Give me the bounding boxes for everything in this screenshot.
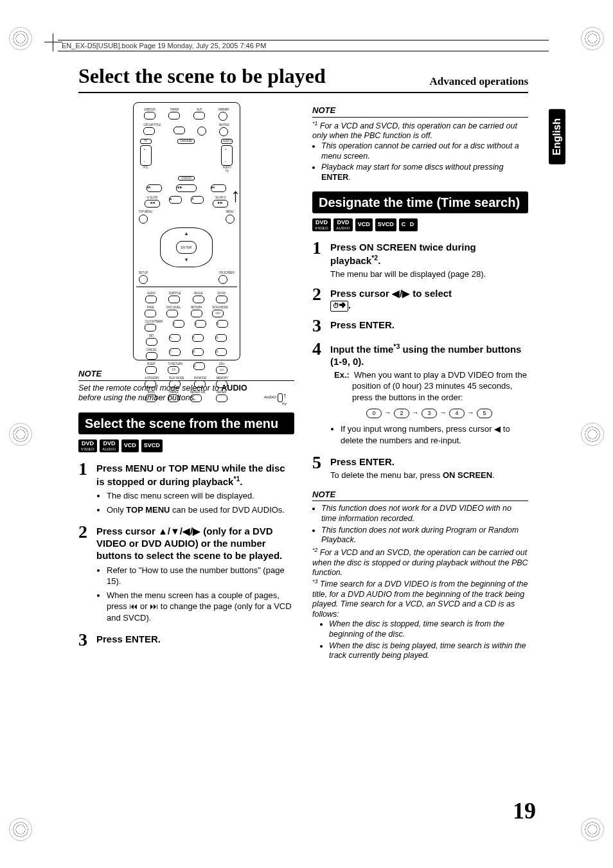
up-arrow-icon: ↑ [231,182,240,209]
step-number: 2 [78,523,96,541]
crop-mark-icon [9,423,32,446]
step-title: Press MENU or TOP MENU while the disc is… [96,463,294,488]
step-number: 3 [312,317,330,335]
format-chips: DVDVIDEO DVDAUDIO VCD SVCD [78,439,294,452]
example-text: Ex.: When you want to play a DVD VIDEO f… [330,369,528,403]
step-title: Press cursor ◀/▶ to select ⏱➜. [330,288,528,312]
step-number: 1 [312,239,330,257]
crop-mark-icon [9,818,32,841]
page-title: Select the scene to be played [78,64,326,88]
crop-mark-icon [581,423,604,446]
time-goto-icon: ⏱➜ [330,301,348,312]
step-number: 2 [312,285,330,303]
format-chips: DVDVIDEO DVDAUDIO VCD SVCD C D [312,218,528,231]
step-bullets: If you input wrong numbers, press cursor… [330,423,528,446]
mode-switch-icon: AUDIO↑ TV [264,392,287,405]
step-text: The menu bar will be displayed (page 28)… [330,269,528,280]
page-number: 19 [513,797,536,824]
step-title: Press cursor ▲/▼/◀/▶ (only for a DVD VID… [96,526,294,562]
step-title: Press ENTER. [330,456,528,468]
page-subtitle: Advanced operations [430,75,528,88]
step-text: To delete the menu bar, press ON SCREEN. [330,470,528,481]
language-tab: English [549,109,565,164]
step-title: Input the time*3 using the number button… [330,342,528,368]
step-title: Press ENTER. [330,319,528,332]
note-heading: NOTE [312,489,528,500]
remote-control-diagram: USB/DVD FM/AM AUX DIMMER GROUP/TITLE MUT… [133,102,240,360]
note-heading: NOTE [312,105,528,116]
section-heading: Select the scene from the menu [78,412,294,434]
crop-mark-icon [581,818,604,841]
note-text: This function does not work for a DVD VI… [312,504,528,661]
note-text: *1 For a VCD and SVCD, this operation ca… [312,120,528,183]
step-number: 1 [78,460,96,478]
step-bullets: Refer to "How to use the number buttons"… [96,565,294,624]
step-number: 4 [312,340,330,358]
step-title: Press ON SCREEN twice during playback*2. [330,242,528,267]
step-bullets: The disc menu screen will be displayed. … [96,490,294,515]
step-number: 5 [312,454,330,472]
document-header: EN_EX-D5[USUB].book Page 19 Monday, July… [58,40,549,51]
button-sequence: 0→2→3→4→5 [330,407,528,418]
crop-mark-icon [581,27,604,50]
step-title: Press ENTER. [96,633,294,646]
section-heading: Designate the time (Time search) [312,191,528,213]
step-number: 3 [78,631,96,649]
note-text: Set the remote control mode selector to … [78,384,294,403]
crop-mark-icon [9,27,32,50]
